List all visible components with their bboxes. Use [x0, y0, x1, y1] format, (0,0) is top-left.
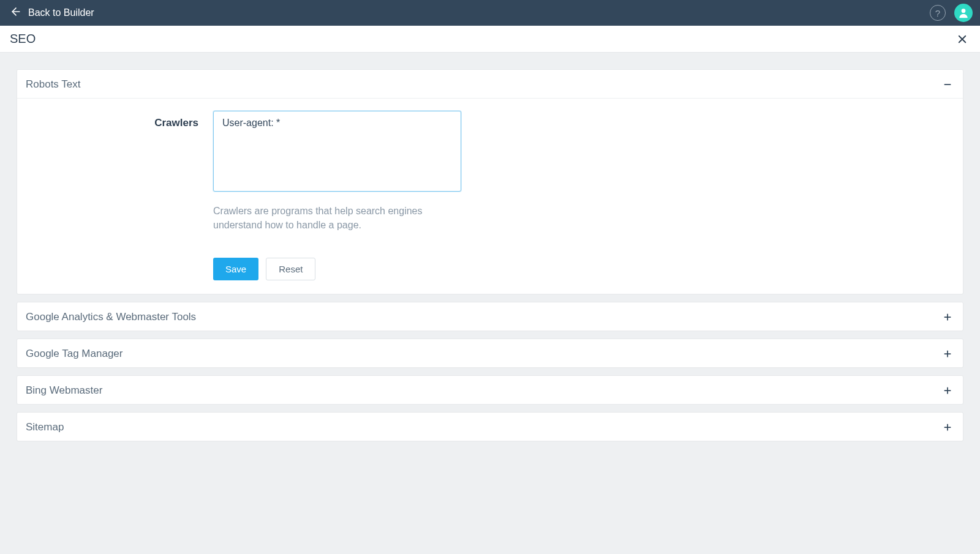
minus-icon [943, 80, 952, 89]
panel-header-robots-text[interactable]: Robots Text [17, 70, 963, 99]
help-icon[interactable]: ? [930, 5, 946, 21]
crawlers-help-text: Crawlers are programs that help search e… [213, 204, 458, 232]
panel-google-analytics: Google Analytics & Webmaster Tools [17, 302, 963, 331]
top-right: ? [930, 4, 973, 22]
page-header: SEO [0, 26, 980, 53]
panel-header-sitemap[interactable]: Sitemap [17, 413, 963, 441]
panel-header-google-tag-manager[interactable]: Google Tag Manager [17, 339, 963, 367]
page-title: SEO [10, 32, 36, 46]
crawlers-label: Crawlers [42, 111, 213, 129]
crawlers-row: Crawlers Crawlers are programs that help… [17, 111, 963, 280]
crawlers-control: Crawlers are programs that help search e… [213, 111, 461, 280]
back-label: Back to Builder [28, 7, 94, 18]
panel-robots-text: Robots Text Crawlers Crawlers are progra… [17, 70, 963, 294]
panel-header-google-analytics[interactable]: Google Analytics & Webmaster Tools [17, 302, 963, 331]
panel-body-robots-text: Crawlers Crawlers are programs that help… [17, 99, 963, 294]
save-button[interactable]: Save [213, 258, 258, 280]
panel-bing-webmaster: Bing Webmaster [17, 376, 963, 404]
panel-title-sitemap: Sitemap [26, 421, 64, 433]
plus-icon [943, 423, 952, 432]
close-icon[interactable] [954, 31, 970, 47]
back-to-builder-link[interactable]: Back to Builder [10, 6, 94, 20]
arrow-left-icon [10, 6, 22, 20]
panel-title-robots-text: Robots Text [26, 78, 80, 91]
panel-google-tag-manager: Google Tag Manager [17, 339, 963, 367]
panel-header-bing-webmaster[interactable]: Bing Webmaster [17, 376, 963, 404]
reset-button[interactable]: Reset [266, 258, 315, 280]
svg-point-1 [962, 9, 966, 13]
top-bar: Back to Builder ? [0, 0, 980, 26]
panel-title-google-tag-manager: Google Tag Manager [26, 348, 123, 360]
panel-title-bing-webmaster: Bing Webmaster [26, 384, 102, 397]
plus-icon [943, 386, 952, 395]
plus-icon [943, 313, 952, 321]
plus-icon [943, 350, 952, 358]
crawlers-textarea[interactable] [213, 111, 461, 192]
avatar[interactable] [954, 4, 973, 22]
panel-title-google-analytics: Google Analytics & Webmaster Tools [26, 311, 196, 323]
panel-sitemap: Sitemap [17, 413, 963, 441]
button-row: Save Reset [213, 258, 461, 280]
content-area: Robots Text Crawlers Crawlers are progra… [0, 53, 980, 458]
